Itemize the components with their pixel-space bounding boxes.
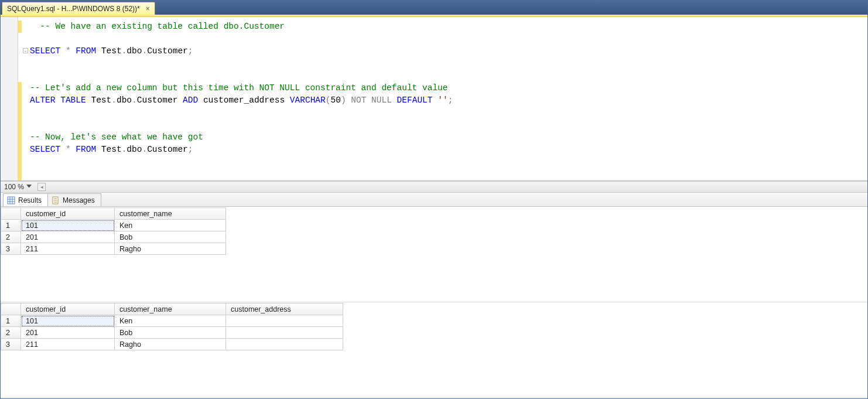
table-row[interactable]: 3211Ragho (1, 243, 226, 255)
code-line[interactable]: -- Let's add a new column but this time … (30, 82, 867, 94)
cell[interactable]: Ken (115, 315, 226, 327)
cell[interactable] (226, 315, 343, 327)
zoom-bar: 100 % ◂ (1, 181, 867, 193)
document-tab-title: SQLQuery1.sql - H...P\WINDOWS 8 (52))* (7, 5, 140, 13)
cell[interactable]: 201 (21, 231, 115, 243)
cell[interactable]: Bob (115, 231, 226, 243)
table-row[interactable]: 1101Ken (1, 315, 343, 327)
zoom-level: 100 % (4, 183, 24, 191)
code-line[interactable] (30, 119, 867, 131)
grid-icon (7, 196, 15, 204)
code-line[interactable]: SELECT * FROM Test.dbo.Customer; (30, 45, 867, 57)
cell[interactable]: 211 (21, 339, 115, 350)
tab-results-label: Results (18, 196, 42, 204)
code-line[interactable]: SELECT * FROM Test.dbo.Customer; (30, 144, 867, 156)
document-tabstrip: SQLQuery1.sql - H...P\WINDOWS 8 (52))* × (1, 1, 867, 15)
table-row[interactable]: 2201Bob (1, 327, 343, 339)
code-line[interactable] (30, 33, 867, 45)
code-line[interactable]: ALTER TABLE Test.dbo.Customer ADD custom… (30, 94, 867, 107)
column-header[interactable]: customer_address (226, 303, 343, 315)
row-header-corner[interactable] (1, 208, 21, 220)
code-area[interactable]: -- We have an existing table called dbo.… (30, 21, 867, 156)
code-line[interactable] (30, 57, 867, 70)
row-number[interactable]: 2 (1, 231, 21, 243)
editor-gutter (1, 17, 18, 180)
change-mark (18, 21, 22, 33)
results-area: customer_idcustomer_name1101Ken2201Bob32… (1, 207, 867, 398)
row-number[interactable]: 2 (1, 327, 21, 339)
column-header[interactable]: customer_name (115, 208, 226, 220)
sql-editor[interactable]: -- We have an existing table called dbo.… (1, 17, 867, 181)
row-number[interactable]: 1 (1, 220, 21, 231)
cell[interactable] (226, 339, 343, 350)
svg-rect-0 (8, 197, 15, 204)
cell[interactable]: 201 (21, 327, 115, 339)
column-header[interactable]: customer_id (21, 303, 115, 315)
change-indicator-strip (18, 17, 22, 180)
row-header-corner[interactable] (1, 303, 21, 315)
output-tabstrip: Results Messages (1, 193, 867, 207)
row-number[interactable]: 3 (1, 339, 21, 350)
results-grid-1[interactable]: customer_idcustomer_name1101Ken2201Bob32… (1, 207, 867, 302)
cell[interactable]: 211 (21, 243, 115, 255)
tab-messages[interactable]: Messages (47, 193, 101, 206)
cell[interactable]: 101 (21, 220, 115, 231)
code-line[interactable]: -- Now, let's see what we have got (30, 131, 867, 144)
code-line[interactable] (30, 70, 867, 82)
cell[interactable]: Ragho (115, 339, 226, 350)
document-icon (52, 196, 60, 204)
outline-collapse-icon[interactable]: - (23, 48, 28, 53)
table-row[interactable]: 2201Bob (1, 231, 226, 243)
document-tab[interactable]: SQLQuery1.sql - H...P\WINDOWS 8 (52))* × (2, 2, 155, 15)
cell[interactable]: 101 (21, 315, 115, 327)
chevron-down-icon[interactable] (26, 185, 32, 190)
table-row[interactable]: 3211Ragho (1, 339, 343, 350)
row-number[interactable]: 3 (1, 243, 21, 255)
results-grid-2[interactable]: customer_idcustomer_namecustomer_address… (1, 302, 867, 398)
tab-messages-label: Messages (63, 196, 95, 204)
cell[interactable]: Ragho (115, 243, 226, 255)
row-number[interactable]: 1 (1, 315, 21, 327)
column-header[interactable]: customer_id (21, 208, 115, 220)
table-row[interactable]: 1101Ken (1, 220, 226, 231)
code-line[interactable] (30, 107, 867, 119)
change-mark (18, 82, 22, 180)
cell[interactable]: Bob (115, 327, 226, 339)
cell[interactable]: Ken (115, 220, 226, 231)
column-header[interactable]: customer_name (115, 303, 226, 315)
scroll-left-stub[interactable]: ◂ (37, 183, 46, 191)
close-icon[interactable]: × (145, 5, 151, 13)
cell[interactable] (226, 327, 343, 339)
code-line[interactable]: -- We have an existing table called dbo.… (30, 21, 867, 33)
tab-results[interactable]: Results (3, 193, 48, 206)
